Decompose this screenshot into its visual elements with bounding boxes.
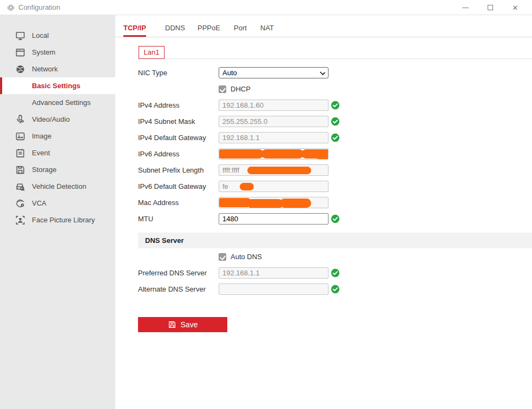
sidebar-item-image[interactable]: Image bbox=[0, 128, 115, 144]
globe-icon bbox=[15, 64, 25, 74]
ipv4-default-gateway-label: IPv4 Default Gateway bbox=[138, 132, 206, 143]
subnet-prefix-length-label: Subnet Prefix Length bbox=[138, 164, 203, 176]
tab-tcpip[interactable]: TCP/IP bbox=[123, 22, 146, 37]
ipv4-subnet-mask-input[interactable]: 255.255.255.0 bbox=[219, 116, 329, 127]
valid-check-icon bbox=[331, 285, 340, 294]
redaction-mark bbox=[219, 149, 264, 159]
gear-icon bbox=[6, 3, 15, 12]
sidebar-item-network[interactable]: Network bbox=[0, 61, 115, 77]
preferred-dns-input[interactable]: 192.168.1.1 bbox=[219, 267, 329, 279]
lan-divider bbox=[165, 58, 532, 59]
chevron-down-icon bbox=[320, 70, 325, 75]
mac-address-input[interactable] bbox=[219, 197, 329, 208]
tab-ddns[interactable]: DDNS bbox=[165, 22, 185, 37]
sidebar-item-system[interactable]: System bbox=[0, 44, 115, 61]
window-title: Configuration bbox=[18, 3, 60, 11]
valid-check-icon bbox=[331, 117, 340, 126]
sidebar: Local System Network Basic Settings Adva… bbox=[0, 15, 115, 409]
dns-server-section-header: DNS Server bbox=[138, 233, 532, 248]
sidebar-item-face-picture-library[interactable]: Face Picture Library bbox=[0, 212, 115, 228]
valid-check-icon bbox=[331, 214, 340, 223]
alternate-dns-input[interactable] bbox=[219, 283, 329, 295]
event-icon bbox=[15, 148, 25, 158]
sidebar-item-vca[interactable]: VCA bbox=[0, 195, 115, 212]
valid-check-icon bbox=[331, 101, 340, 110]
redaction-mark bbox=[219, 198, 252, 207]
dhcp-label: DHCP bbox=[231, 85, 251, 94]
valid-check-icon bbox=[331, 133, 340, 142]
dhcp-checkbox[interactable] bbox=[219, 85, 226, 93]
vehicle-detection-icon bbox=[15, 181, 25, 192]
save-button[interactable]: Save bbox=[138, 317, 227, 332]
redaction-mark bbox=[247, 167, 311, 174]
tab-pppoe[interactable]: PPPoE bbox=[198, 22, 220, 37]
maximize-icon bbox=[488, 5, 493, 10]
system-window-icon bbox=[15, 47, 25, 57]
storage-icon bbox=[15, 164, 25, 175]
vca-icon bbox=[15, 198, 25, 208]
sidebar-item-storage[interactable]: Storage bbox=[0, 161, 115, 178]
redaction-mark bbox=[247, 199, 283, 208]
tab-nat[interactable]: NAT bbox=[260, 22, 274, 37]
ipv4-default-gateway-input[interactable]: 192.168.1.1 bbox=[219, 132, 329, 143]
face-library-icon bbox=[15, 215, 25, 225]
title-bar: Configuration ✕ bbox=[0, 0, 532, 15]
microphone-icon bbox=[15, 114, 25, 124]
tab-port[interactable]: Port bbox=[234, 22, 247, 37]
close-button[interactable]: ✕ bbox=[503, 0, 528, 15]
redaction-mark bbox=[316, 150, 329, 160]
configuration-window: Configuration ✕ Local System Network Bas… bbox=[0, 0, 532, 409]
sidebar-item-advanced-settings[interactable]: Advanced Settings bbox=[0, 94, 115, 111]
sidebar-item-video-audio[interactable]: Video/Audio bbox=[0, 111, 115, 128]
main-content: TCP/IP DDNS PPPoE Port NAT Lan1 NIC Type… bbox=[115, 15, 532, 409]
preferred-dns-label: Preferred DNS Server bbox=[138, 267, 207, 279]
mtu-input[interactable]: 1480 bbox=[219, 213, 329, 225]
maximize-button[interactable] bbox=[478, 0, 503, 15]
sidebar-item-basic-settings[interactable]: Basic Settings bbox=[0, 77, 115, 94]
nic-type-label: NIC Type bbox=[138, 67, 167, 78]
ipv4-address-input[interactable]: 192.168.1.60 bbox=[219, 100, 329, 111]
image-icon bbox=[15, 131, 25, 141]
sidebar-item-vehicle-detection[interactable]: Vehicle Detection bbox=[0, 178, 115, 195]
ipv6-address-label: IPv6 Address bbox=[138, 148, 180, 160]
redaction-mark bbox=[280, 199, 311, 208]
minimize-button[interactable] bbox=[453, 0, 478, 15]
mtu-label: MTU bbox=[138, 213, 153, 225]
sidebar-item-event[interactable]: Event bbox=[0, 144, 115, 161]
lan1-button[interactable]: Lan1 bbox=[139, 46, 165, 59]
valid-check-icon bbox=[331, 268, 340, 278]
ipv6-address-input[interactable] bbox=[219, 148, 329, 160]
mac-address-label: Mac Address bbox=[138, 197, 179, 208]
save-floppy-icon bbox=[168, 320, 176, 329]
ipv4-address-label: IPv4 Address bbox=[138, 100, 180, 111]
monitor-icon bbox=[15, 30, 25, 41]
redaction-mark bbox=[240, 183, 254, 190]
nic-type-select[interactable]: Auto bbox=[219, 67, 329, 78]
sidebar-item-local[interactable]: Local bbox=[0, 27, 115, 44]
auto-dns-label: Auto DNS bbox=[231, 253, 262, 261]
ipv6-default-gateway-input[interactable]: fe ::1 bbox=[219, 181, 329, 192]
ipv6-default-gateway-label: IPv6 Default Gateway bbox=[138, 181, 206, 192]
close-icon: ✕ bbox=[513, 4, 518, 11]
tab-bar: TCP/IP DDNS PPPoE Port NAT bbox=[115, 22, 532, 37]
ipv4-subnet-mask-label: IPv4 Subnet Mask bbox=[138, 116, 195, 127]
redaction-mark bbox=[261, 149, 304, 159]
minimize-icon bbox=[462, 8, 469, 8]
alternate-dns-label: Alternate DNS Server bbox=[138, 283, 206, 295]
subnet-prefix-length-input[interactable]: ffff:ffff bbox=[219, 164, 329, 176]
auto-dns-checkbox[interactable] bbox=[219, 253, 226, 261]
